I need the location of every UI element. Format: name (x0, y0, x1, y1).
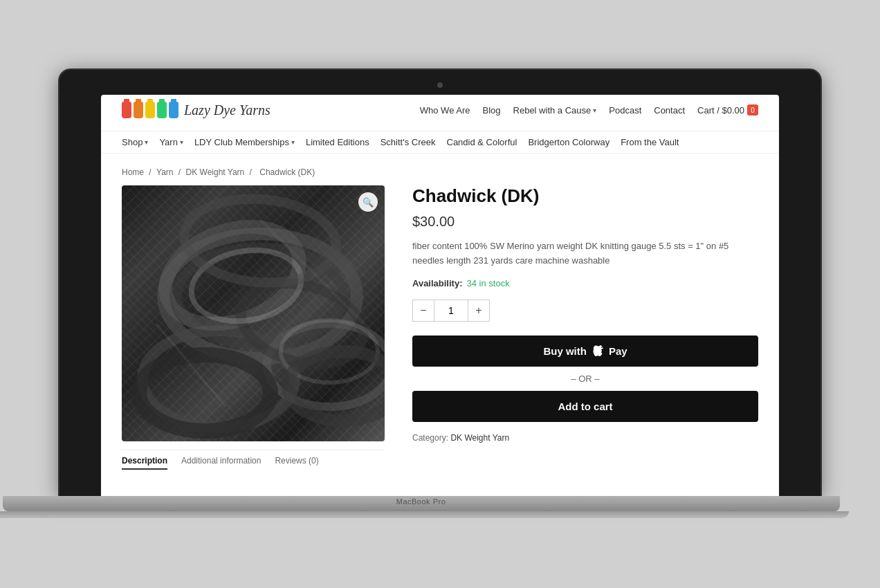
subnav-limited-editions[interactable]: Limited Editions (306, 137, 369, 147)
laptop-screen: Lazy Dye Yarns Who We Are Blog Rebel wit… (101, 95, 779, 496)
search-icon[interactable]: 🔍 (358, 192, 378, 212)
availability-label: Availability: (412, 278, 462, 288)
buy-with-pay-button[interactable]: Buy with Pay (412, 336, 758, 367)
site-header: Lazy Dye Yarns Who We Are Blog Rebel wit… (101, 95, 779, 131)
page-content: Home / Yarn / DK Weight Yarn / Chadwick … (101, 154, 779, 484)
quantity-row: − + (412, 300, 758, 322)
availability-row: Availability: 34 in stock (412, 278, 758, 288)
subnav-candid-colorful[interactable]: Candid & Colorful (447, 137, 517, 147)
quantity-increase[interactable]: + (468, 300, 490, 322)
product-description: fiber content 100% SW Merino yarn weight… (412, 239, 758, 268)
tab-additional-info[interactable]: Additional information (181, 456, 261, 470)
quantity-decrease[interactable]: − (412, 300, 434, 322)
ldy-dropdown-arrow: ▾ (291, 138, 295, 146)
logo-text: Lazy Dye Yarns (184, 102, 271, 118)
breadcrumb: Home / Yarn / DK Weight Yarn / Chadwick … (122, 167, 758, 177)
logo-area: Lazy Dye Yarns (122, 102, 271, 118)
subnav-ldy-club[interactable]: LDY Club Memberships ▾ (194, 137, 295, 147)
bottle-yellow (145, 102, 155, 118)
breadcrumb-current: Chadwick (DK) (259, 167, 315, 177)
product-layout: 🔍 Description Additional information Rev… (122, 185, 758, 470)
laptop-foot (0, 511, 849, 518)
laptop-frame: Lazy Dye Yarns Who We Are Blog Rebel wit… (59, 70, 821, 518)
quantity-input[interactable] (434, 300, 468, 322)
laptop-camera (437, 82, 443, 88)
svg-point-8 (139, 355, 271, 431)
nav-contact[interactable]: Contact (654, 105, 685, 116)
cart-button[interactable]: Cart / $0.00 0 (697, 104, 758, 116)
nav-blog[interactable]: Blog (483, 105, 501, 116)
rebel-dropdown-arrow: ▾ (593, 107, 596, 114)
or-divider: – OR – (412, 374, 758, 384)
nav-rebel[interactable]: Rebel with a Cause ▾ (513, 105, 597, 116)
cart-label: Cart / $0.00 (697, 105, 744, 116)
category-label: Category: (412, 433, 448, 443)
bottle-orange (134, 102, 143, 118)
product-title: Chadwick (DK) (412, 185, 758, 207)
shop-dropdown-arrow: ▾ (145, 138, 148, 146)
bottle-green (157, 102, 167, 118)
subnav-schitts-creek[interactable]: Schitt's Creek (381, 137, 436, 147)
subnav-vault[interactable]: From the Vault (621, 137, 679, 147)
yarn-svg (122, 185, 385, 441)
sub-nav: Shop ▾ Yarn ▾ LDY Club Memberships ▾ Lim… (101, 131, 779, 154)
tab-reviews[interactable]: Reviews (0) (275, 456, 318, 470)
nav-who-we-are[interactable]: Who We Are (420, 105, 470, 116)
bottle-red (122, 102, 131, 118)
add-to-cart-button[interactable]: Add to cart (412, 391, 758, 422)
laptop-base (3, 496, 840, 511)
product-info: Chadwick (DK) $30.00 fiber content 100% … (412, 185, 758, 470)
header-top: Lazy Dye Yarns Who We Are Blog Rebel wit… (122, 102, 758, 118)
bottle-blue (169, 102, 178, 118)
breadcrumb-home[interactable]: Home (122, 167, 144, 177)
breadcrumb-dk-weight[interactable]: DK Weight Yarn (186, 167, 245, 177)
product-price: $30.00 (412, 214, 758, 230)
stock-status: 34 in stock (466, 278, 509, 288)
cart-badge: 0 (747, 104, 758, 116)
subnav-shop[interactable]: Shop ▾ (122, 137, 148, 147)
breadcrumb-yarn[interactable]: Yarn (156, 167, 173, 177)
yarn-dropdown-arrow: ▾ (180, 138, 183, 146)
category-row: Category: DK Weight Yarn (412, 433, 758, 443)
main-nav: Who We Are Blog Rebel with a Cause ▾ Pod… (420, 104, 758, 116)
subnav-yarn[interactable]: Yarn ▾ (159, 137, 183, 147)
category-link[interactable]: DK Weight Yarn (450, 433, 509, 443)
logo-bottles (122, 102, 178, 118)
product-tabs: Description Additional information Revie… (122, 450, 385, 470)
subnav-bridgerton[interactable]: Bridgerton Colorway (528, 137, 609, 147)
product-image: 🔍 (122, 185, 385, 441)
nav-podcast[interactable]: Podcast (609, 105, 641, 116)
product-image-area: 🔍 Description Additional information Rev… (122, 185, 385, 470)
tab-description[interactable]: Description (122, 456, 167, 470)
laptop-screen-outer: Lazy Dye Yarns Who We Are Blog Rebel wit… (59, 70, 821, 496)
